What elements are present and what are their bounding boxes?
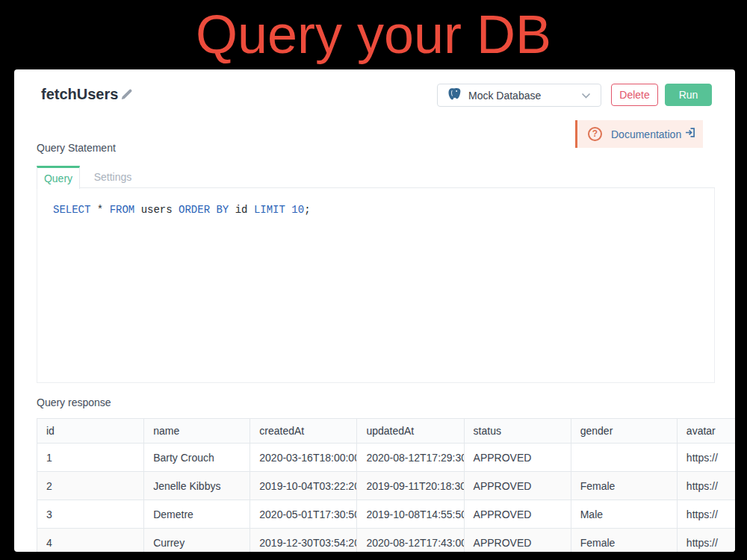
resource-selected-value: Mock Database [468, 90, 581, 102]
cell-avatar: https:// [677, 472, 735, 500]
question-circle-icon: ? [588, 127, 602, 141]
documentation-link[interactable]: ? Documentation [575, 120, 703, 148]
column-header-gender: gender [571, 419, 677, 444]
cell-createdAt: 2019-10-04T03:22:20 [250, 472, 357, 500]
column-header-status: status [464, 419, 571, 444]
query-name: fetchUsers [41, 86, 118, 103]
cell-name: Jenelle Kibbys [144, 472, 250, 500]
cell-gender: Female [571, 472, 677, 500]
cell-gender: Male [571, 500, 677, 529]
cell-createdAt: 2020-03-16T18:00:00 [250, 444, 357, 472]
column-header-avatar: avatar [677, 419, 735, 444]
query-editor-card: fetchUsers Mock Database Delete Run ? Do… [14, 69, 735, 552]
cell-name: Currey [144, 529, 250, 553]
cell-status: APPROVED [464, 529, 571, 553]
cell-gender: Female [571, 529, 677, 553]
cell-updatedAt: 2019-10-08T14:55:50 [357, 500, 464, 529]
cell-id: 4 [37, 529, 144, 553]
cell-id: 3 [37, 500, 144, 529]
table-row: 1 Barty Crouch 2020-03-16T18:00:00 2020-… [37, 444, 736, 472]
cell-name: Demetre [144, 500, 250, 529]
chevron-down-icon [581, 89, 591, 102]
documentation-label: Documentation [611, 128, 681, 140]
editor-tabs: Query Settings [37, 166, 715, 188]
response-table: id name createdAt updatedAt status gende… [37, 418, 735, 552]
cell-name: Barty Crouch [144, 444, 250, 472]
pencil-icon [120, 89, 132, 101]
table-row: 3 Demetre 2020-05-01T17:30:50 2019-10-08… [37, 500, 736, 529]
cell-avatar: https:// [677, 529, 735, 553]
cell-status: APPROVED [464, 472, 571, 500]
tab-query[interactable]: Query [37, 166, 80, 189]
external-link-icon [685, 127, 696, 141]
response-table-container: id name createdAt updatedAt status gende… [37, 418, 735, 552]
cell-id: 1 [37, 444, 144, 472]
run-button[interactable]: Run [665, 84, 712, 106]
cell-updatedAt: 2020-08-12T17:43:00 [357, 529, 464, 553]
cell-id: 2 [37, 472, 144, 500]
cell-avatar: https:// [677, 444, 735, 472]
column-header-createdAt: createdAt [250, 419, 357, 444]
table-row: 4 Currey 2019-12-30T03:54:20 2020-08-12T… [37, 529, 736, 553]
cell-updatedAt: 2020-08-12T17:29:30 [357, 444, 464, 472]
sql-statement: SELECT * FROM users ORDER BY id LIMIT 10… [53, 204, 311, 216]
query-statement-label: Query Statement [37, 142, 116, 154]
column-header-name: name [144, 419, 250, 444]
query-response-label: Query response [37, 396, 111, 408]
resource-selector[interactable]: Mock Database [437, 84, 601, 107]
cell-gender [571, 444, 677, 472]
tab-settings[interactable]: Settings [80, 166, 146, 188]
column-header-id: id [37, 419, 144, 444]
cell-createdAt: 2020-05-01T17:30:50 [250, 500, 357, 529]
table-row: 2 Jenelle Kibbys 2019-10-04T03:22:20 201… [37, 472, 736, 500]
column-header-updatedAt: updatedAt [357, 419, 464, 444]
delete-button[interactable]: Delete [611, 84, 658, 106]
cell-status: APPROVED [464, 444, 571, 472]
edit-name-icon[interactable] [120, 89, 132, 101]
cell-status: APPROVED [464, 500, 571, 529]
table-header-row: id name createdAt updatedAt status gende… [37, 419, 736, 444]
page-title: Query your DB [0, 6, 747, 63]
cell-avatar: https:// [677, 500, 735, 529]
postgresql-icon [447, 87, 462, 105]
cell-updatedAt: 2019-09-11T20:18:30 [357, 472, 464, 500]
sql-editor[interactable]: SELECT * FROM users ORDER BY id LIMIT 10… [37, 188, 715, 383]
cell-createdAt: 2019-12-30T03:54:20 [250, 529, 357, 553]
